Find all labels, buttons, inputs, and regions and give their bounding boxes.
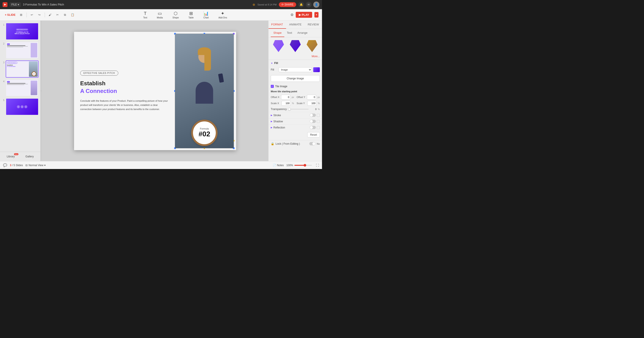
shape-thumb-2[interactable] (288, 40, 303, 53)
lock-row: 🔒 Lock ( From Editing ) No (268, 140, 322, 147)
play-dropdown-button[interactable]: ▾ (314, 12, 318, 18)
offset-y-input[interactable] (307, 95, 316, 100)
slide-preview-4[interactable]: #03 (6, 79, 38, 96)
zoom-thumb[interactable] (304, 164, 306, 167)
new-badge: New (14, 153, 18, 155)
reflection-checkbox[interactable] (317, 126, 320, 129)
redo-button[interactable]: ↪ (36, 12, 42, 18)
arrange-tab[interactable]: Arrange (294, 29, 310, 37)
scale-y-input[interactable] (307, 101, 316, 106)
view-selector[interactable]: ⊟ Normal View ▾ (26, 164, 46, 167)
transparency-thumb[interactable] (288, 108, 291, 111)
shape-badge-brown (307, 40, 318, 52)
media-tool[interactable]: ▭ Media (155, 10, 164, 20)
undo-button[interactable]: ↩ (29, 12, 35, 18)
slides-footer: Library New Gallery (0, 152, 40, 161)
s5-circle-1: 01 (17, 105, 20, 108)
slide-thumbnail-3[interactable]: 3 EFFECTIVE SALES... EstablishA Connecti… (2, 61, 38, 78)
notes-icon: 📄 (273, 164, 276, 167)
cut-button[interactable]: ✂ (54, 12, 61, 18)
slide-content: EFFECTIVE SALES PITCH Establish A Connec… (74, 32, 236, 150)
tile-image-checkbox[interactable]: ✓ (271, 85, 274, 88)
shape-icon: ⬡ (174, 11, 178, 16)
zoom-slider[interactable] (294, 165, 312, 166)
slide-thumbnail-4[interactable]: 4 #03 (2, 79, 38, 96)
change-image-wrapper: Change Image (268, 74, 322, 83)
notes-button[interactable]: 📄 Notes (273, 164, 284, 167)
shadow-arrow-icon: ▶ (271, 120, 272, 123)
slide-num-4: 4 (2, 80, 4, 83)
shadow-checkbox[interactable] (317, 120, 320, 123)
transparency-label: Transparency (271, 108, 287, 111)
library-button[interactable]: Library New (2, 154, 19, 159)
shape-badge-purple-light (273, 40, 284, 52)
gallery-button[interactable]: Gallery (21, 154, 38, 159)
format-tab[interactable]: FORMAT (268, 21, 286, 29)
slide-preview-3[interactable]: EFFECTIVE SALES... EstablishA Connection… (6, 61, 38, 78)
stroke-toggle[interactable] (310, 114, 316, 117)
copy-button[interactable]: ⧉ (62, 12, 68, 18)
bookmark-icon[interactable]: ⊛ (252, 3, 255, 6)
slide-preview-2[interactable]: #01 (6, 42, 38, 59)
slide-num-5: 5 (2, 99, 4, 102)
chart-tool[interactable]: 📊 Chart (202, 10, 210, 20)
offset-x-input[interactable] (281, 95, 290, 100)
text-tool[interactable]: T Text (142, 10, 149, 20)
scale-row: Scale X % Scale Y % (268, 100, 322, 106)
lock-toggle[interactable] (309, 142, 316, 145)
scale-x-input[interactable] (282, 101, 291, 106)
fullscreen-icon[interactable]: ⛶ (316, 164, 319, 167)
normal-view-label: Normal View (28, 164, 43, 167)
shape-thumb-3[interactable] (304, 40, 320, 53)
format-painter-button[interactable]: 🖌 (47, 12, 53, 18)
plus-icon: + (5, 13, 6, 17)
user-avatar[interactable]: 👤 (313, 2, 319, 8)
reflection-toggle[interactable] (310, 126, 316, 129)
move-tile-label: Move tile starting point (268, 89, 322, 94)
slide-thumbnail-2[interactable]: 2 #01 (2, 42, 38, 59)
message-icon[interactable]: ✉ (306, 2, 312, 8)
reflection-row[interactable]: ▶ Reflection (268, 124, 322, 130)
notification-icon[interactable]: 🔔 (298, 2, 304, 8)
offset-row: Offset X px Offset Y px (268, 94, 322, 100)
reset-button[interactable]: Reset (307, 132, 320, 137)
transparency-slider[interactable] (288, 109, 309, 110)
chat-icon[interactable]: 💬 (3, 163, 7, 167)
image-selection[interactable]: Formula #02 (175, 34, 234, 148)
lock-icon: 🔒 (271, 142, 274, 145)
stroke-row[interactable]: ▶ Stroke (268, 112, 322, 118)
fill-type-select[interactable]: Image (279, 67, 312, 72)
offset-x-unit: px (292, 96, 294, 98)
text-tab[interactable]: Text (284, 29, 295, 37)
shadow-row[interactable]: ▶ Shadow (268, 118, 322, 124)
slide-preview-5[interactable]: 01 02 03 (6, 98, 38, 115)
right-panel: FORMAT ANIMATE REVIEW Shape Text Arrange (268, 21, 322, 161)
animate-tab[interactable]: ANIMATE (286, 21, 305, 29)
shape-thumb-1[interactable] (271, 40, 286, 53)
addons-tool[interactable]: ✦ Add-Ons (217, 10, 229, 20)
shape-tab[interactable]: Shape (271, 29, 284, 37)
slide-thumbnail-1[interactable]: 1 WIN A SALES PITCH 3 FORMULAS TOWIN A S… (2, 23, 38, 40)
offset-y-label: Offset Y (296, 96, 306, 98)
zoom-fill (294, 165, 305, 166)
settings-icon[interactable]: ⚙ (290, 13, 294, 17)
change-image-button[interactable]: Change Image (271, 75, 320, 82)
share-button[interactable]: ⟳ SHARE (279, 2, 296, 7)
grid-view-button[interactable]: ⊞ (18, 12, 24, 18)
table-tool[interactable]: ⊞ Table (187, 10, 196, 20)
file-button[interactable]: FILE ▾ (10, 3, 21, 7)
paste-button[interactable]: 📋 (70, 12, 76, 18)
slide-thumbnail-5[interactable]: 5 01 02 03 (2, 98, 38, 115)
add-slide-button[interactable]: + SLIDE (4, 12, 17, 17)
shape-tool[interactable]: ⬡ Shape (171, 10, 180, 20)
review-tab[interactable]: REVIEW (305, 21, 322, 29)
slide-preview-1[interactable]: WIN A SALES PITCH 3 FORMULAS TOWIN A SAL… (6, 23, 38, 40)
transparency-value: 0 (310, 108, 316, 111)
current-slide-num: 3 (10, 164, 12, 167)
lock-knob (312, 142, 315, 145)
more-link[interactable]: More... (268, 55, 322, 60)
stroke-checkbox[interactable] (317, 114, 320, 117)
play-button[interactable]: ▶ PLAY (296, 12, 312, 18)
fill-header[interactable]: ▼ Fill (268, 60, 322, 66)
shadow-toggle[interactable] (310, 120, 316, 123)
